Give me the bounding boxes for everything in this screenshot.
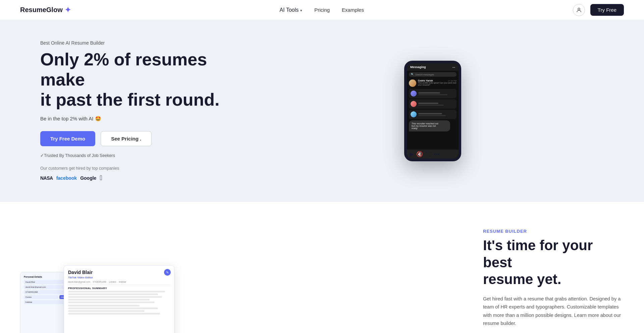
message-item[interactable]: Cedric Yarish 17:23 PM Your profile look… bbox=[407, 78, 459, 88]
section-title-line2: resume yet. bbox=[483, 271, 561, 287]
hero-subtitle: Be in the top 2% with AI 🤩 bbox=[40, 116, 241, 122]
search-placeholder: Search messages bbox=[415, 73, 434, 76]
volume-icon[interactable]: 🔇 bbox=[416, 151, 423, 157]
google-logo: Google bbox=[80, 175, 96, 181]
section-description: Get hired fast with a resume that grabs … bbox=[483, 295, 624, 328]
hero-section: Best Online AI Resume Builder Only 2% of… bbox=[0, 20, 644, 202]
chevron-down-icon bbox=[300, 7, 302, 13]
resume-builder-section: Personal Details David Blair david.blair… bbox=[0, 202, 644, 333]
logo-sparkle-icon: ✦ bbox=[65, 6, 71, 14]
contact-avatar bbox=[409, 79, 416, 87]
company-logos: NASA facebook Google  bbox=[40, 174, 241, 182]
resume-name: David Blair bbox=[68, 270, 170, 275]
hero-title-line1: Only 2% of resumes make bbox=[40, 50, 207, 89]
ai-tools-label: AI Tools bbox=[280, 7, 299, 13]
play-icon[interactable]: ▶ bbox=[410, 151, 414, 157]
hero-try-free-demo-button[interactable]: Try Free Demo bbox=[40, 131, 95, 146]
message-preview: Your profile looks great! Can you send o… bbox=[418, 82, 457, 86]
hero-buttons: Try Free Demo See Pricing . bbox=[40, 131, 241, 146]
facebook-logo: facebook bbox=[56, 175, 77, 181]
resume-container: Personal Details David Blair david.blair… bbox=[20, 265, 181, 333]
nav-actions: Try Free bbox=[573, 4, 624, 16]
try-free-button[interactable]: Try Free bbox=[590, 4, 624, 16]
phone-video-bar: ▶ 🔇 ⛶ ••• bbox=[407, 150, 459, 159]
logo-text: ResumeGlow bbox=[20, 6, 63, 14]
phone-menu-icon: ••• bbox=[452, 66, 455, 69]
hero-content: Best Online AI Resume Builder Only 2% of… bbox=[40, 40, 241, 182]
nav-pricing[interactable]: Pricing bbox=[314, 7, 330, 13]
contact-name: Cedric Yarish bbox=[418, 79, 433, 82]
phone-inner: Messaging ••• 🔍 Search messages Cedric Y… bbox=[407, 63, 459, 159]
nav-links: AI Tools Pricing Examples bbox=[280, 7, 364, 13]
messaging-header: Messaging bbox=[410, 65, 426, 69]
hero-title: Only 2% of resumes make it past the firs… bbox=[40, 50, 241, 110]
trusted-text: ✓Trusted By Thousands of Job Seekers bbox=[40, 153, 241, 158]
hero-title-line2: it past the first round. bbox=[40, 90, 219, 109]
message-time: 17:23 PM bbox=[448, 80, 457, 82]
more-icon[interactable]: ••• bbox=[434, 151, 439, 157]
hero-right: Messaging ••• 🔍 Search messages Cedric Y… bbox=[241, 61, 624, 161]
phone-messages: Cedric Yarish 17:23 PM Your profile look… bbox=[407, 78, 459, 150]
message-content: Cedric Yarish 17:23 PM Your profile look… bbox=[418, 79, 457, 86]
section-tag: Resume Builder bbox=[483, 229, 624, 234]
phone-search-bar[interactable]: 🔍 Search messages bbox=[409, 72, 457, 77]
section-title-line1: It's time for your best bbox=[483, 237, 593, 270]
nav-ai-tools[interactable]: AI Tools bbox=[280, 7, 303, 13]
phone-header-icons: ••• bbox=[452, 66, 455, 69]
hero-label: Best Online AI Resume Builder bbox=[40, 40, 241, 46]
resume-preview: Personal Details David Blair david.blair… bbox=[20, 265, 456, 333]
nav-examples[interactable]: Examples bbox=[342, 7, 364, 13]
chat-bubble-text: This recruiter reached out but my resume… bbox=[412, 122, 438, 129]
logo[interactable]: ResumeGlow ✦ bbox=[20, 6, 71, 14]
resume-main-card: ✎ David Blair TikTok Video Editor david.… bbox=[64, 265, 174, 333]
hero-see-pricing-button[interactable]: See Pricing . bbox=[101, 131, 152, 146]
search-icon: 🔍 bbox=[411, 73, 414, 76]
nasa-logo: NASA bbox=[40, 175, 53, 181]
phone-mockup: Messaging ••• 🔍 Search messages Cedric Y… bbox=[404, 61, 461, 161]
apple-logo:  bbox=[100, 174, 102, 182]
companies-label: Our customers get hired by top companies bbox=[40, 166, 241, 171]
chat-bubble: This recruiter reached out but my resume… bbox=[409, 120, 450, 131]
section-title: It's time for your best resume yet. bbox=[483, 237, 624, 288]
resume-builder-content: Resume Builder It's time for your best r… bbox=[483, 229, 624, 333]
expand-icon[interactable]: ⛶ bbox=[426, 151, 431, 157]
svg-point-0 bbox=[578, 8, 580, 10]
phone-header: Messaging ••• bbox=[407, 63, 459, 71]
trusted-label: ✓Trusted By Thousands of Job Seekers bbox=[40, 153, 115, 158]
navbar: ResumeGlow ✦ AI Tools Pricing Examples T… bbox=[0, 0, 644, 20]
user-icon[interactable] bbox=[573, 4, 585, 16]
